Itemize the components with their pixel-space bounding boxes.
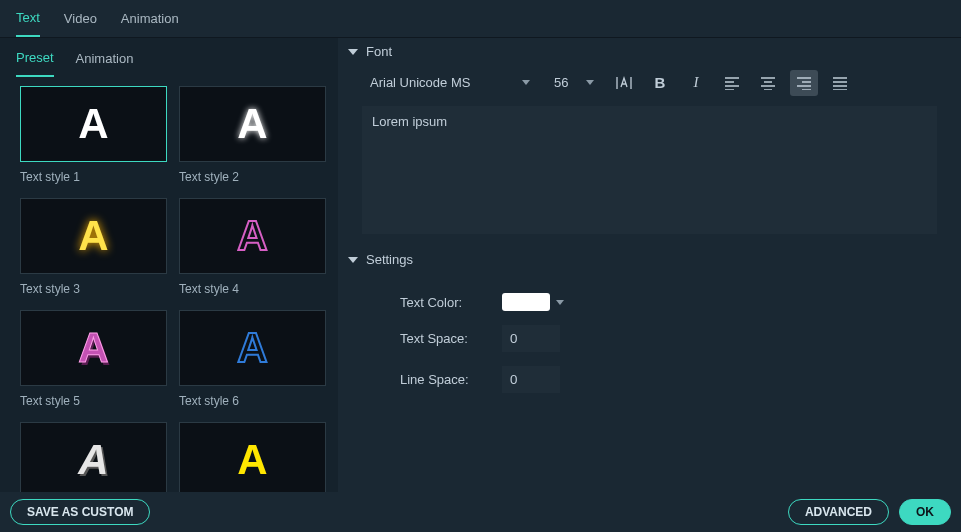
preset-item-6[interactable]: A Text style 6 [179, 310, 326, 408]
text-color-picker[interactable] [502, 293, 564, 311]
font-size-select[interactable]: 56 [546, 69, 602, 96]
text-space-input[interactable] [502, 325, 560, 352]
save-as-custom-button[interactable]: SAVE AS CUSTOM [10, 499, 150, 525]
preset-item-2[interactable]: A Text style 2 [179, 86, 326, 184]
align-left-button[interactable] [718, 70, 746, 96]
line-space-label: Line Space: [362, 372, 502, 387]
line-space-input[interactable] [502, 366, 560, 393]
chevron-down-icon [586, 80, 594, 85]
preset-item-3[interactable]: A Text style 3 [20, 198, 167, 296]
preset-label: Text style 3 [20, 282, 167, 296]
color-swatch [502, 293, 550, 311]
font-family-value: Arial Unicode MS [370, 75, 470, 90]
footer: SAVE AS CUSTOM ADVANCED OK [0, 492, 961, 532]
tab-video[interactable]: Video [64, 1, 97, 36]
preset-panel: Preset Animation A Text style 1 A Text s… [0, 38, 338, 492]
font-family-select[interactable]: Arial Unicode MS [362, 69, 538, 96]
section-font-header[interactable]: Font [338, 38, 961, 65]
chevron-down-icon [522, 80, 530, 85]
subtab-preset[interactable]: Preset [16, 40, 54, 77]
preset-item-7[interactable]: A Text style 7 [20, 422, 167, 492]
preset-item-8[interactable]: A Text style 8 [179, 422, 326, 492]
sub-tabs: Preset Animation [0, 38, 338, 78]
disclosure-icon [348, 49, 358, 55]
preset-item-5[interactable]: A Text style 5 [20, 310, 167, 408]
section-font-title: Font [366, 44, 392, 59]
tab-animation[interactable]: Animation [121, 1, 179, 36]
letter-spacing-button[interactable] [610, 70, 638, 96]
preset-scroll[interactable]: A Text style 1 A Text style 2 A Text sty… [0, 78, 338, 492]
text-color-label: Text Color: [362, 295, 502, 310]
text-space-label: Text Space: [362, 331, 502, 346]
tab-text[interactable]: Text [16, 0, 40, 37]
font-toolbar: Arial Unicode MS 56 B I [338, 65, 961, 100]
font-size-value: 56 [554, 75, 568, 90]
disclosure-icon [348, 257, 358, 263]
text-content-input[interactable]: Lorem ipsum [362, 106, 937, 234]
preset-label: Text style 2 [179, 170, 326, 184]
preset-label: Text style 6 [179, 394, 326, 408]
ok-button[interactable]: OK [899, 499, 951, 525]
top-tabs: Text Video Animation [0, 0, 961, 38]
preset-label: Text style 5 [20, 394, 167, 408]
section-settings-title: Settings [366, 252, 413, 267]
subtab-animation[interactable]: Animation [76, 41, 134, 76]
italic-button[interactable]: I [682, 70, 710, 96]
align-justify-button[interactable] [826, 70, 854, 96]
align-center-button[interactable] [754, 70, 782, 96]
section-settings-header[interactable]: Settings [338, 246, 961, 273]
preset-item-1[interactable]: A Text style 1 [20, 86, 167, 184]
preset-label: Text style 4 [179, 282, 326, 296]
preset-item-4[interactable]: A Text style 4 [179, 198, 326, 296]
bold-button[interactable]: B [646, 70, 674, 96]
chevron-down-icon [556, 300, 564, 305]
preset-label: Text style 1 [20, 170, 167, 184]
align-right-button[interactable] [790, 70, 818, 96]
advanced-button[interactable]: ADVANCED [788, 499, 889, 525]
properties-panel: Font Arial Unicode MS 56 B I [338, 38, 961, 492]
